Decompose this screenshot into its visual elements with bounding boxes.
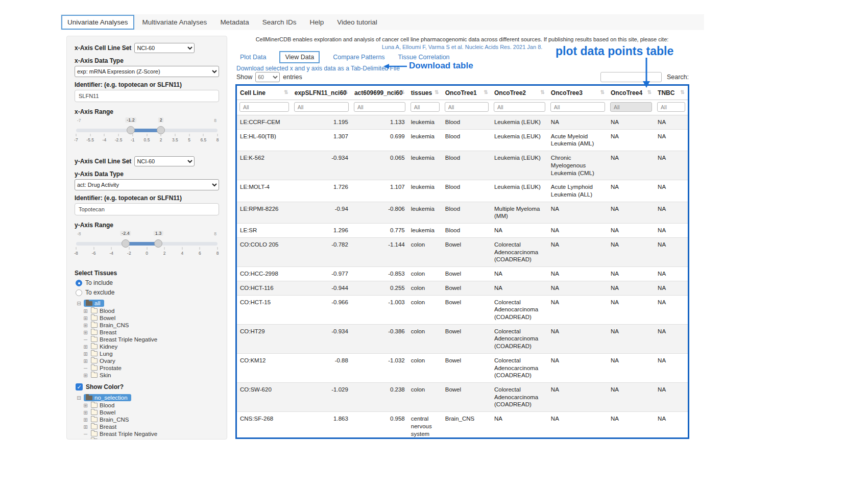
tab-plot-data[interactable]: Plot Data: [240, 54, 266, 61]
slider-tick-label: -1: [131, 137, 135, 142]
slider-handle-low[interactable]: [127, 126, 135, 134]
nav-tab-search-ids[interactable]: Search IDs: [257, 16, 302, 29]
tab-compare-patterns[interactable]: Compare Patterns: [333, 54, 384, 61]
expand-icon[interactable]: ⊞: [82, 358, 89, 364]
tree-node-bowel[interactable]: ⊞Bowel: [82, 314, 219, 322]
collapse-icon[interactable]: ⊟: [76, 395, 82, 401]
filter-cell: [655, 100, 688, 115]
expand-icon[interactable]: ⊞: [82, 438, 89, 440]
expand-icon[interactable]: ⊞: [82, 315, 89, 321]
column-header-act609699-nci60[interactable]: ⇅act609699_nci60: [351, 86, 408, 100]
nav-tab-metadata[interactable]: Metadata: [215, 16, 254, 29]
filter-input-oncotree1[interactable]: [445, 102, 489, 112]
column-header-tissues[interactable]: ⇅tissues: [408, 86, 442, 100]
expand-icon[interactable]: ⊞: [82, 417, 89, 423]
tree-node-breast-triple-negative[interactable]: ─Breast Triple Negative: [82, 430, 219, 437]
filter-input-act609699-nci60[interactable]: [354, 102, 405, 112]
tree-node-kidney[interactable]: ⊞Kidney: [82, 343, 219, 350]
tree-node-brain-cns[interactable]: ⊞Brain_CNS: [82, 416, 219, 423]
expand-icon[interactable]: ⊞: [82, 330, 89, 335]
slider-high-value: 1.3: [154, 231, 163, 236]
column-header-oncotree2[interactable]: ⇅OncoTree2: [491, 86, 548, 100]
tree-node-breast-triple-negative[interactable]: ─Breast Triple Negative: [82, 336, 219, 343]
tissues-exclude-option[interactable]: To exclude: [76, 289, 219, 296]
filter-input-tnbc[interactable]: [657, 102, 685, 112]
column-header-expslfn11-nci60[interactable]: ⇅expSLFN11_nci60: [292, 86, 351, 100]
download-link[interactable]: Download selected x and y axis data as a…: [236, 65, 400, 72]
expand-icon[interactable]: ⊞: [82, 410, 89, 416]
expand-icon[interactable]: ⊞: [82, 424, 89, 430]
expand-icon[interactable]: ⊞: [82, 323, 89, 328]
slider-fill: [126, 242, 158, 246]
expand-icon[interactable]: ⊞: [82, 308, 89, 314]
tree-node-label: Blood: [100, 308, 114, 314]
tree-node-brain-cns[interactable]: ⊞Brain_CNS: [82, 322, 219, 329]
tree-node-bowel[interactable]: ⊞Bowel: [82, 409, 219, 416]
column-header-tnbc[interactable]: ⇅TNBC: [655, 86, 688, 100]
tree-node-breast[interactable]: ⊞Breast: [82, 329, 219, 336]
show-color-row[interactable]: ✓ Show Color?: [76, 383, 219, 391]
tree-node-ovary[interactable]: ⊞Ovary: [82, 357, 219, 364]
tree-node-prostate[interactable]: ─Prostate: [82, 364, 219, 372]
collapse-icon[interactable]: ⊟: [76, 301, 82, 306]
column-header-oncotree3[interactable]: ⇅OncoTree3: [548, 86, 608, 100]
exclude-radio[interactable]: [76, 289, 82, 296]
show-color-checkbox[interactable]: ✓: [76, 383, 83, 391]
column-header-cell-line[interactable]: ⇅Cell Line: [237, 86, 292, 100]
tree-node-blood[interactable]: ⊞Blood: [82, 402, 219, 409]
table-cell: CO:SW-620: [237, 382, 292, 411]
nav-tab-multivariate-analyses[interactable]: Multivariate Analyses: [137, 16, 212, 29]
slider-tick-label: -4: [109, 251, 113, 256]
table-cell: Leukemia (LEUK): [491, 151, 548, 180]
expand-icon[interactable]: ⊞: [82, 403, 89, 408]
nav-tab-help[interactable]: Help: [304, 16, 329, 29]
tree-node-breast[interactable]: ⊞Breast: [82, 423, 219, 430]
table-cell: NA: [608, 382, 655, 411]
table-cell: NA: [491, 412, 548, 439]
filter-input-tissues[interactable]: [411, 102, 440, 112]
table-cell: -1.003: [351, 295, 408, 324]
y-cell-line-set-select[interactable]: NCI-60: [134, 156, 195, 166]
search-input[interactable]: [600, 72, 662, 82]
include-radio[interactable]: [76, 280, 82, 286]
tree-node-all[interactable]: all: [84, 300, 104, 307]
nav-tab-univariate-analyses[interactable]: Univariate Analyses: [61, 15, 134, 30]
x-cell-line-set-select[interactable]: NCI-60: [134, 43, 195, 53]
tree-node-kidney[interactable]: ⊞Kidney: [82, 437, 219, 440]
tree-node-blood[interactable]: ⊞Blood: [82, 307, 219, 314]
tab-view-data[interactable]: View Data: [279, 51, 320, 63]
filter-input-expslfn11-nci60[interactable]: [294, 102, 349, 112]
x-identifier-input[interactable]: [75, 90, 219, 102]
tissues-include-option[interactable]: To include: [76, 279, 219, 286]
table-cell: -0.944: [292, 281, 351, 295]
table-cell: NA: [655, 412, 688, 439]
expand-icon[interactable]: ⊞: [82, 373, 89, 378]
column-header-oncotree1[interactable]: ⇅OncoTree1: [442, 86, 491, 100]
nav-tab-video-tutorial[interactable]: Video tutorial: [332, 16, 382, 29]
table-cell: Blood: [442, 151, 491, 180]
y-identifier-input[interactable]: [75, 203, 219, 215]
table-cell: -1.029: [292, 382, 351, 411]
table-cell: colon: [408, 382, 442, 411]
filter-input-cell-line[interactable]: [239, 102, 289, 112]
slider-handle-high[interactable]: [157, 126, 165, 134]
table-cell: Blood: [442, 202, 491, 223]
expand-icon[interactable]: ⊞: [82, 344, 89, 350]
table-cell: NA: [548, 237, 608, 266]
expand-icon[interactable]: ⊞: [82, 351, 89, 357]
slider-handle-low[interactable]: [122, 239, 130, 248]
filter-input-oncotree4[interactable]: [610, 102, 652, 112]
x-data-type-select[interactable]: exp: mRNA Expression (Z-Score): [75, 66, 219, 77]
filter-input-oncotree3[interactable]: [550, 102, 605, 112]
tree-node-skin[interactable]: ⊞Skin: [82, 372, 219, 379]
tab-tissue-correlation[interactable]: Tissue Correlation: [398, 54, 450, 61]
tree-node-lung[interactable]: ⊞Lung: [82, 350, 219, 357]
table-cell: NA: [655, 324, 688, 353]
table-cell: -1.144: [351, 237, 408, 266]
tree-node-no-selection[interactable]: no_selection: [84, 394, 131, 401]
y-data-type-select[interactable]: act: Drug Activity: [75, 179, 219, 190]
citation-link[interactable]: Luna A, Elloumi F, Varma S et al. Nuclei…: [382, 44, 543, 50]
slider-handle-high[interactable]: [154, 239, 162, 248]
filter-input-oncotree2[interactable]: [494, 102, 545, 112]
entries-select[interactable]: 60: [255, 72, 280, 82]
